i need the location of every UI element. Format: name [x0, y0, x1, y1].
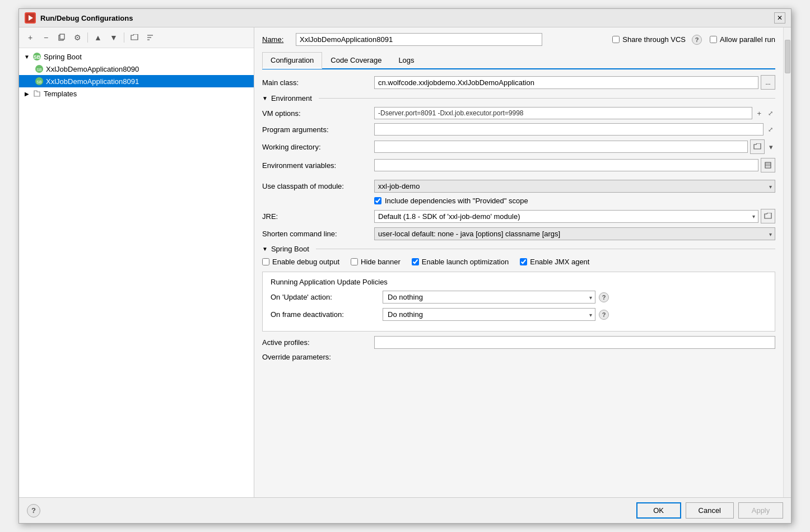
working-dir-input[interactable]: [374, 141, 748, 153]
on-frame-select[interactable]: Do nothing Update classes and resources …: [383, 308, 595, 321]
program-args-expand-button[interactable]: ⤢: [766, 125, 775, 134]
hide-banner-checkbox[interactable]: [351, 258, 358, 265]
vm-add-button[interactable]: +: [755, 108, 764, 119]
working-dir-dropdown[interactable]: ▾: [767, 142, 775, 152]
title-bar-left: Run/Debug Configurations: [25, 12, 133, 24]
on-update-row: On 'Update' action: Do nothing Update cl…: [271, 291, 767, 304]
app8091-icon: SB: [35, 77, 44, 86]
spring-boot-section-title[interactable]: ▼ Spring Boot: [262, 245, 775, 253]
tree-item-app8091[interactable]: SB XxlJobDemoApplication8091: [19, 75, 254, 87]
apply-button[interactable]: Apply: [738, 502, 783, 519]
move-up-button[interactable]: ▲: [91, 31, 105, 44]
tab-code-coverage[interactable]: Code Coverage: [322, 52, 390, 69]
shorten-label: Shorten command line:: [262, 230, 374, 238]
on-frame-label: On frame deactivation:: [271, 310, 383, 319]
svg-text:SB: SB: [36, 68, 42, 72]
tab-logs[interactable]: Logs: [390, 52, 422, 69]
spring-boot-options-row: Enable debug output Hide banner Enable l…: [262, 258, 775, 266]
tree-templates[interactable]: ▶ Templates: [19, 87, 254, 100]
enable-debug-checkbox[interactable]: [262, 258, 269, 265]
remove-button[interactable]: −: [39, 31, 53, 44]
override-params-row: Override parameters:: [262, 353, 775, 361]
classpath-select[interactable]: xxl-job-demo: [374, 180, 775, 193]
classpath-select-wrap: xxl-job-demo ▾: [374, 180, 775, 193]
tab-configuration[interactable]: Configuration: [262, 52, 322, 69]
svg-rect-13: [765, 162, 771, 168]
shorten-select-wrap: user-local default: none - java [options…: [374, 227, 775, 240]
main-class-row: Main class: ...: [262, 75, 775, 90]
shorten-select[interactable]: user-local default: none - java [options…: [374, 227, 775, 240]
close-button[interactable]: ✕: [774, 12, 785, 24]
scrollbar[interactable]: [783, 27, 791, 497]
classpath-row: Use classpath of module: xxl-job-demo ▾: [262, 180, 775, 193]
include-deps-row: Include dependencies with "Provided" sco…: [374, 197, 775, 205]
env-vars-input[interactable]: [374, 159, 758, 171]
ok-button[interactable]: OK: [636, 502, 681, 519]
share-vcs-label: Share through VCS: [622, 35, 686, 44]
dialog-title: Run/Debug Configurations: [40, 14, 133, 22]
app8090-label: XxlJobDemoApplication8090: [46, 65, 139, 73]
policies-title: Running Application Update Policies: [271, 278, 767, 286]
enable-jmx-checkbox[interactable]: [520, 258, 527, 265]
include-deps-checkbox[interactable]: [374, 197, 381, 204]
main-class-browse-button[interactable]: ...: [761, 75, 775, 90]
program-args-input[interactable]: [374, 123, 764, 136]
add-button[interactable]: +: [24, 31, 37, 44]
enable-launch-row: Enable launch optimization: [412, 258, 509, 266]
settings-button[interactable]: ⚙: [71, 31, 84, 44]
folder-button[interactable]: [128, 31, 141, 44]
env-vars-row: Environment variables:: [262, 158, 775, 172]
name-input[interactable]: [296, 33, 542, 46]
on-frame-select-wrap: Do nothing Update classes and resources …: [383, 308, 595, 321]
share-vcs-help-icon[interactable]: ?: [692, 35, 702, 45]
active-profiles-input[interactable]: [374, 336, 775, 349]
env-vars-label: Environment variables:: [262, 161, 374, 170]
on-frame-help-icon[interactable]: ?: [599, 310, 609, 320]
enable-launch-checkbox[interactable]: [412, 258, 419, 265]
classpath-label: Use classpath of module:: [262, 182, 374, 190]
copy-button[interactable]: [55, 31, 68, 44]
on-update-help-icon[interactable]: ?: [599, 292, 609, 302]
dialog-icon: [25, 12, 36, 24]
help-button[interactable]: ?: [27, 504, 40, 517]
enable-debug-row: Enable debug output: [262, 258, 339, 266]
sort-button[interactable]: [143, 31, 157, 44]
jre-select[interactable]: Default (1.8 - SDK of 'xxl-job-demo' mod…: [374, 210, 758, 223]
scroll-thumb[interactable]: [785, 40, 790, 73]
share-vcs-checkbox[interactable]: [612, 36, 620, 43]
vm-expand-button[interactable]: ⤢: [766, 109, 775, 118]
env-vars-browse-button[interactable]: [761, 158, 775, 172]
working-dir-browse-button[interactable]: [750, 139, 765, 154]
environment-section-title[interactable]: ▼ Environment: [262, 94, 775, 102]
tree-spring-boot-group[interactable]: ▼ SB Spring Boot: [19, 50, 254, 63]
tree-item-app8090[interactable]: SB XxlJobDemoApplication8090: [19, 63, 254, 75]
vm-input-wrap: + ⤢: [374, 107, 775, 119]
toolbar: + − ⚙ ▲ ▼: [19, 27, 254, 48]
allow-parallel-label: Allow parallel run: [720, 35, 775, 44]
enable-debug-label: Enable debug output: [272, 258, 339, 266]
left-panel: + − ⚙ ▲ ▼ ▼: [19, 27, 254, 497]
bottom-actions: OK Cancel Apply: [636, 502, 783, 519]
vm-options-input[interactable]: [374, 107, 752, 119]
svg-rect-3: [60, 34, 64, 39]
env-vars-wrap: [374, 158, 775, 172]
on-update-select[interactable]: Do nothing Update classes and resources …: [383, 291, 595, 304]
override-params-label: Override parameters:: [262, 353, 374, 361]
right-panel: Name: Share through VCS ? Allow parallel…: [254, 27, 783, 497]
enable-jmx-label: Enable JMX agent: [530, 258, 589, 266]
jre-select-wrap: Default (1.8 - SDK of 'xxl-job-demo' mod…: [374, 210, 758, 223]
jre-browse-button[interactable]: [761, 209, 775, 223]
shorten-row: Shorten command line: user-local default…: [262, 227, 775, 240]
name-label: Name:: [262, 35, 290, 44]
title-bar: Run/Debug Configurations ✕: [19, 9, 791, 27]
cancel-button[interactable]: Cancel: [686, 502, 734, 519]
toolbar-separator: [87, 32, 88, 43]
spring-boot-group-icon: SB: [32, 52, 41, 61]
allow-parallel-checkbox[interactable]: [710, 36, 717, 43]
move-down-button[interactable]: ▼: [107, 31, 120, 44]
tree-area: ▼ SB Spring Boot SB: [19, 48, 254, 497]
templates-label: Templates: [44, 90, 77, 98]
spring-boot-group-label: Spring Boot: [44, 53, 82, 61]
running-policies-section: Running Application Update Policies On '…: [262, 272, 775, 332]
main-class-input[interactable]: [374, 76, 758, 89]
